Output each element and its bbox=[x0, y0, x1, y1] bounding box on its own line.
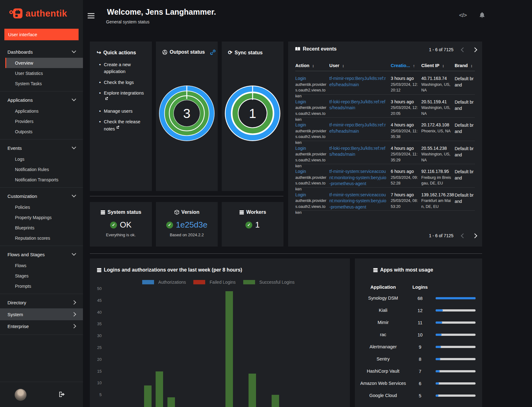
sort-icon[interactable]: ↕ bbox=[342, 63, 344, 68]
pagination-prev-icon[interactable] bbox=[461, 233, 466, 238]
sidebar-item-user-statistics[interactable]: User Statistics bbox=[0, 68, 83, 78]
chart-bar[interactable] bbox=[144, 385, 152, 407]
pagination-next-icon[interactable] bbox=[472, 47, 477, 52]
sidebar-item-providers[interactable]: Providers bbox=[0, 116, 83, 126]
sidebar-item-overview[interactable]: Overview bbox=[5, 58, 83, 68]
event-ip-cell: 139.162.176.238Frankfurt am Main, DE, EU bbox=[421, 192, 455, 216]
chevron-down-icon bbox=[72, 145, 76, 149]
event-user-link[interactable]: tf-mimir-repo:BeryJu/k8s:ref:refs/heads/… bbox=[329, 122, 391, 134]
sidebar-section-events[interactable]: Events bbox=[0, 142, 83, 154]
sort-icon[interactable]: ↕ bbox=[312, 63, 314, 68]
usage-progress-track bbox=[436, 297, 476, 299]
quick-action-4[interactable]: •Check the release notes bbox=[99, 119, 148, 132]
sidebar-item-policies[interactable]: Policies bbox=[0, 202, 83, 212]
chart-bar[interactable] bbox=[272, 395, 279, 407]
event-user-link[interactable]: tf-mimir-system:serviceaccount:monitorin… bbox=[329, 192, 391, 210]
event-user-cell: tf-mimir-system:serviceaccount:monitorin… bbox=[329, 169, 391, 192]
sort-icon[interactable]: ↕ bbox=[471, 63, 473, 68]
sidebar-section-label: Flows and Stages bbox=[7, 252, 45, 257]
sidebar-section-customization[interactable]: Customization bbox=[0, 190, 83, 202]
event-created-cell: 4 hours ago25/03/2024, 11:35:38 bbox=[391, 122, 421, 146]
usage-bar-cell bbox=[431, 370, 480, 372]
chart-bar[interactable] bbox=[225, 291, 233, 407]
bullet-icon: • bbox=[99, 119, 101, 132]
sort-asc-icon[interactable]: ↑ bbox=[413, 63, 415, 68]
events-col-label: Client IP bbox=[421, 63, 439, 68]
event-action-link[interactable]: Login bbox=[295, 169, 329, 175]
sync-status-donut[interactable]: 1 bbox=[225, 85, 281, 141]
menu-toggle-icon[interactable] bbox=[88, 13, 94, 20]
event-action-link[interactable]: Login bbox=[295, 76, 329, 82]
y-axis-tick: 40 bbox=[93, 310, 102, 315]
event-action-link[interactable]: Login bbox=[295, 145, 329, 152]
event-user-link[interactable]: tf-loki-repo:BeryJu/k8s:ref:refs/heads/m… bbox=[329, 145, 391, 158]
events-col-client-ip[interactable]: Client IP↕ bbox=[421, 63, 455, 68]
sidebar-section-flows-and-stages[interactable]: Flows and Stages bbox=[0, 248, 83, 260]
authentik-logo-icon bbox=[9, 8, 23, 19]
sidebar-item-logs[interactable]: Logs bbox=[0, 154, 83, 164]
avatar[interactable] bbox=[15, 389, 27, 401]
usage-row: Synology DSM68 bbox=[357, 292, 480, 304]
sort-icon[interactable]: ↕ bbox=[442, 63, 444, 68]
events-col-brand[interactable]: Brand↕ bbox=[455, 63, 475, 68]
event-action-cell: Loginauthentik.providers.oauth2.views.to… bbox=[295, 145, 329, 169]
event-ip-cell: 92.116.178.95Freiburg im Breisgau, DE, E… bbox=[421, 169, 455, 192]
notifications-bell-icon[interactable] bbox=[479, 12, 485, 18]
outpost-status-title: Outpost status bbox=[170, 49, 205, 55]
events-col-creatio-[interactable]: Creatio...↑ bbox=[391, 63, 421, 68]
event-brand: Default brand bbox=[455, 76, 475, 99]
link-icon[interactable] bbox=[210, 50, 215, 55]
sidebar-item-system-tasks[interactable]: System Tasks bbox=[0, 78, 83, 89]
version-value-link[interactable]: 1e25d3e bbox=[176, 220, 207, 230]
sidebar-section-system[interactable]: System bbox=[0, 308, 83, 320]
sidebar-item-outposts[interactable]: Outposts bbox=[0, 126, 83, 137]
quick-action-3[interactable]: •Manage users bbox=[99, 108, 148, 115]
sidebar-section-dashboards[interactable]: Dashboards bbox=[0, 46, 83, 58]
pagination-next-icon[interactable] bbox=[472, 233, 477, 238]
sidebar-item-notification-rules[interactable]: Notification Rules bbox=[0, 164, 83, 174]
chart-bar[interactable] bbox=[249, 374, 256, 407]
usage-progress-track bbox=[436, 346, 476, 348]
sidebar-section-directory[interactable]: Directory bbox=[0, 297, 83, 308]
chart-bar[interactable] bbox=[167, 397, 175, 407]
sidebar-section-applications[interactable]: Applications bbox=[0, 94, 83, 106]
event-user-link[interactable]: tf-mimir-system:serviceaccount:monitorin… bbox=[329, 169, 391, 187]
quick-action-1[interactable]: •Check the logs bbox=[99, 79, 148, 86]
pagination-prev-icon[interactable] bbox=[461, 47, 466, 52]
sidebar-divider bbox=[0, 139, 83, 140]
server-icon bbox=[97, 268, 102, 272]
sidebar-section-label: Applications bbox=[7, 97, 33, 103]
authentik-logo[interactable]: authentik bbox=[0, 0, 83, 19]
event-action-link[interactable]: Login bbox=[295, 122, 329, 128]
event-action-link[interactable]: Login bbox=[295, 192, 329, 198]
sidebar-item-applications[interactable]: Applications bbox=[0, 106, 83, 116]
sidebar-item-blueprints[interactable]: Blueprints bbox=[0, 223, 83, 233]
logout-icon[interactable] bbox=[59, 391, 65, 397]
usage-app-name: Amazon Web Services bbox=[357, 380, 409, 386]
outpost-status-value: 3 bbox=[183, 106, 190, 121]
book-icon bbox=[295, 47, 301, 51]
sidebar-item-flows[interactable]: Flows bbox=[0, 260, 83, 271]
chart-bar[interactable] bbox=[156, 371, 163, 407]
usage-login-count: 10 bbox=[409, 332, 431, 337]
event-user-link[interactable]: tf-mimir-repo:BeryJu/k8s:ref:refs/heads/… bbox=[329, 76, 391, 88]
sidebar-item-notification-transports[interactable]: Notification Transports bbox=[0, 174, 83, 185]
quick-action-0[interactable]: •Create a new application bbox=[99, 61, 148, 75]
events-col-user[interactable]: User↕ bbox=[329, 63, 391, 68]
event-action-link[interactable]: Login bbox=[295, 99, 329, 105]
event-time-relative: 4 hours ago bbox=[391, 145, 421, 152]
recent-events-title: Recent events bbox=[303, 46, 337, 52]
sidebar-item-reputation-scores[interactable]: Reputation scores bbox=[0, 233, 83, 243]
outpost-status-donut[interactable]: 3 bbox=[159, 85, 215, 141]
api-browser-icon[interactable]: </> bbox=[459, 12, 467, 19]
sidebar-item-prompts[interactable]: Prompts bbox=[0, 281, 83, 291]
user-interface-button[interactable]: User interface bbox=[4, 29, 79, 40]
sidebar-item-property-mappings[interactable]: Property Mappings bbox=[0, 212, 83, 223]
sidebar-item-stages[interactable]: Stages bbox=[0, 271, 83, 281]
usage-login-count: 5 bbox=[409, 393, 431, 398]
events-col-action[interactable]: Action↕ bbox=[295, 63, 329, 68]
event-client-ip: 20.51.159.41 bbox=[421, 99, 455, 105]
sidebar-section-enterprise[interactable]: Enterprise bbox=[0, 320, 83, 332]
event-user-link[interactable]: tf-loki-repo:BeryJu/k8s:ref:refs/heads/m… bbox=[329, 99, 391, 111]
quick-action-2[interactable]: •Explore integrations bbox=[99, 90, 148, 104]
